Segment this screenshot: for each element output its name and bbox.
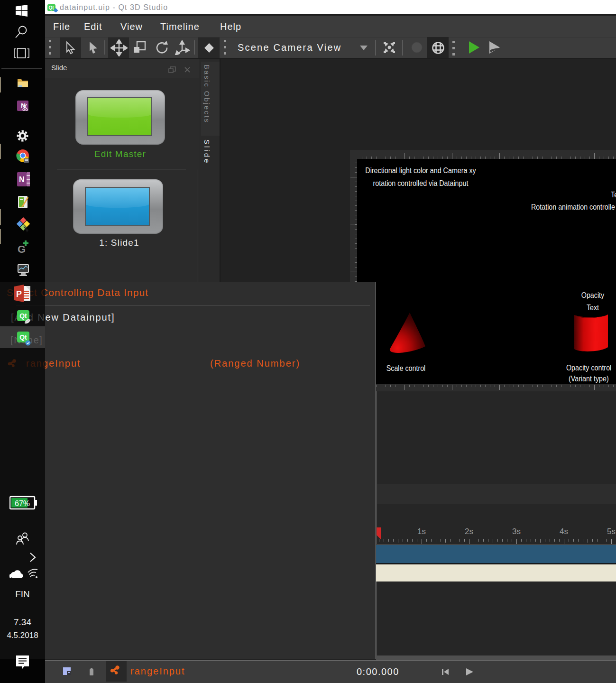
svg-text:Qt: Qt: [19, 333, 27, 341]
svg-text:G: G: [18, 243, 26, 255]
svg-text:N: N: [19, 175, 25, 184]
svg-text:Qt: Qt: [19, 312, 27, 320]
svg-text:67%: 67%: [15, 499, 30, 508]
svg-text:Qt: Qt: [48, 5, 54, 10]
svg-text:P: P: [16, 289, 22, 299]
